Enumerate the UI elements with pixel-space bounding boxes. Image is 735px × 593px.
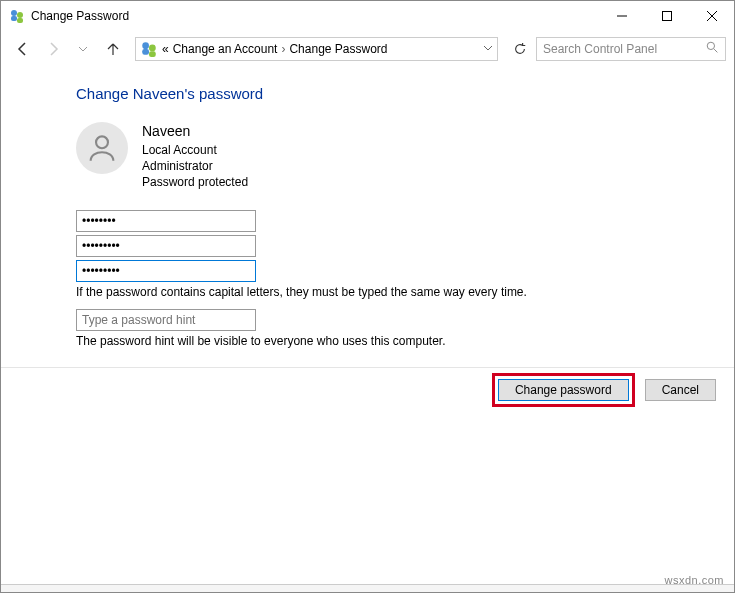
highlight-box: Change password <box>492 373 635 407</box>
user-accounts-icon <box>140 40 158 58</box>
confirm-password-field[interactable] <box>76 260 256 282</box>
user-name: Naveen <box>142 122 248 141</box>
content-area: Change Naveen's password Naveen Local Ac… <box>1 67 734 348</box>
password-hint-field[interactable] <box>76 309 256 331</box>
user-account-type: Local Account <box>142 142 248 158</box>
watermark: wsxdn.com <box>664 574 724 586</box>
user-info-block: Naveen Local Account Administrator Passw… <box>76 122 734 190</box>
close-button[interactable] <box>689 1 734 31</box>
page-title: Change Naveen's password <box>76 85 734 102</box>
caps-note: If the password contains capital letters… <box>76 285 734 299</box>
cancel-button[interactable]: Cancel <box>645 379 716 401</box>
window-controls <box>599 1 734 31</box>
current-password-field[interactable] <box>76 210 256 232</box>
breadcrumb-dropdown-icon[interactable] <box>483 42 493 56</box>
breadcrumb-item-1[interactable]: Change an Account <box>173 42 278 56</box>
button-row: Change password Cancel <box>492 373 716 407</box>
user-meta: Naveen Local Account Administrator Passw… <box>142 122 248 190</box>
svg-rect-3 <box>17 18 23 23</box>
user-role: Administrator <box>142 158 248 174</box>
search-input[interactable]: Search Control Panel <box>536 37 726 61</box>
new-password-field[interactable] <box>76 235 256 257</box>
control-panel-users-icon <box>9 8 25 24</box>
forward-button[interactable] <box>39 35 67 63</box>
user-password-status: Password protected <box>142 174 248 190</box>
chevron-right-icon: › <box>281 42 285 56</box>
search-icon <box>706 41 719 57</box>
svg-rect-5 <box>662 12 671 21</box>
svg-line-13 <box>714 49 717 52</box>
avatar <box>76 122 128 174</box>
window-title: Change Password <box>31 9 599 23</box>
navigation-bar: « Change an Account › Change Password Se… <box>1 31 734 67</box>
divider <box>1 367 734 368</box>
back-button[interactable] <box>9 35 37 63</box>
refresh-button[interactable] <box>506 37 534 61</box>
breadcrumb[interactable]: « Change an Account › Change Password <box>135 37 498 61</box>
svg-point-14 <box>96 136 108 148</box>
breadcrumb-item-2[interactable]: Change Password <box>289 42 387 56</box>
breadcrumb-prefix: « <box>162 42 169 56</box>
minimize-button[interactable] <box>599 1 644 31</box>
titlebar: Change Password <box>1 1 734 31</box>
svg-rect-11 <box>149 51 156 57</box>
svg-point-9 <box>149 45 156 52</box>
search-placeholder: Search Control Panel <box>543 42 657 56</box>
svg-point-12 <box>707 42 714 49</box>
svg-point-0 <box>11 10 17 16</box>
svg-rect-10 <box>142 49 149 55</box>
svg-point-8 <box>142 42 149 49</box>
recent-dropdown-icon[interactable] <box>69 35 97 63</box>
up-button[interactable] <box>99 35 127 63</box>
hint-visibility-note: The password hint will be visible to eve… <box>76 334 734 348</box>
svg-rect-2 <box>11 16 17 21</box>
change-password-button[interactable]: Change password <box>498 379 629 401</box>
status-bar <box>1 584 734 592</box>
svg-point-1 <box>17 12 23 18</box>
maximize-button[interactable] <box>644 1 689 31</box>
